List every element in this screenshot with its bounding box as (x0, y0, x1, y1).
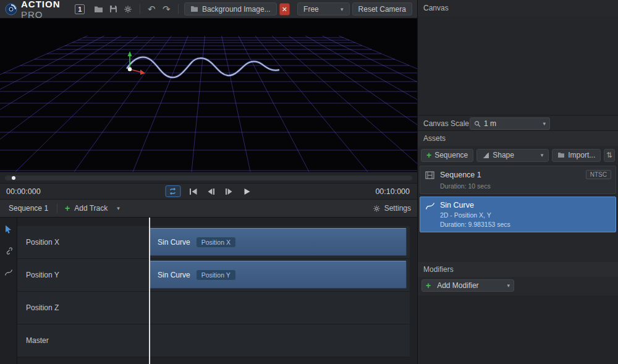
canvas-scale-row: Canvas Scale: 1 m ▾ (418, 115, 618, 131)
clip-channel-badge: Position Y (197, 270, 235, 280)
play-button[interactable] (241, 186, 252, 197)
playhead-line[interactable] (149, 218, 150, 364)
right-panel: Canvas Canvas Scale: 1 m ▾ Assets + Sequ… (417, 0, 618, 364)
chevron-down-icon: ▾ (507, 282, 510, 289)
app-logo: ACTION PRO 1 (5, 0, 85, 20)
gear-icon (373, 205, 381, 213)
clip-channel-badge: Position X (197, 237, 235, 247)
sequence-bar: Sequence 1 + Add Track ▾ Settings (0, 199, 417, 218)
asset-item-sequence-1[interactable]: Sequence 1 NTSC Duration: 10 secs (420, 166, 616, 194)
add-track-button[interactable]: + Add Track ▾ (57, 204, 127, 213)
track-tool-strip (0, 218, 17, 364)
loop-toggle-button[interactable] (165, 185, 180, 197)
shape-icon (482, 152, 489, 159)
sequence-tab[interactable]: Sequence 1 (0, 204, 57, 213)
clip-title: Sin Curve (158, 238, 190, 247)
timeline-scrubber (0, 172, 417, 183)
app-name-light: PRO (21, 9, 43, 20)
scrubber-track[interactable] (5, 176, 412, 180)
plus-icon: + (426, 151, 431, 159)
asset-title: Sin Curve (440, 201, 474, 210)
asset-item-sin-curve-selected[interactable]: Sin Curve 2D - Position X, Y Duration: 9… (420, 197, 616, 232)
undo-button[interactable]: ↶ (146, 2, 158, 16)
track-editor: Position X Sin Curve Position X Position… (0, 218, 417, 364)
chevron-down-icon: ▾ (541, 152, 544, 158)
select-tool-button[interactable] (3, 224, 14, 235)
add-sequence-button[interactable]: + Sequence (421, 149, 473, 162)
sine-curve-path (127, 57, 279, 77)
redo-button[interactable]: ↷ (160, 2, 172, 16)
canvas-scale-label: Canvas Scale: (423, 119, 471, 128)
import-button[interactable]: Import... (552, 149, 601, 162)
modifiers-panel-header: Modifiers (418, 262, 618, 277)
ntsc-badge: NTSC (586, 170, 611, 179)
previous-frame-button[interactable] (205, 186, 216, 197)
chevron-down-icon: ▾ (543, 121, 546, 127)
ground-grid (0, 36, 417, 172)
preferences-gear-button[interactable] (122, 2, 134, 16)
asset-duration: Duration: 9.983153 secs (440, 221, 510, 228)
next-frame-button[interactable] (223, 186, 234, 197)
track-row-position-x[interactable]: Position X Sin Curve Position X (17, 226, 410, 259)
plus-icon: + (65, 204, 70, 213)
curve-tool-button[interactable] (3, 267, 14, 278)
sort-icon: ⇅ (606, 151, 612, 159)
track-label: Position Z (26, 303, 59, 312)
sequence-asset-icon (425, 171, 434, 179)
curve-asset-icon (425, 202, 435, 210)
transport-bar: 00:00:000 00:10:000 (0, 183, 417, 199)
sequence-settings-button[interactable]: Settings (373, 204, 411, 213)
asset-title: Sequence 1 (440, 171, 481, 179)
end-time: 00:10:000 (375, 187, 410, 196)
clip-sin-curve-position-x[interactable]: Sin Curve Position X (150, 228, 407, 256)
viewport-scene (0, 19, 417, 172)
toolbar-separator (178, 4, 179, 14)
track-label: Master (26, 336, 49, 345)
toolbar-separator (140, 4, 140, 14)
open-folder-button[interactable] (92, 2, 104, 16)
add-shape-dropdown[interactable]: Shape ▾ (476, 149, 549, 162)
viewport-3d[interactable] (0, 19, 417, 172)
version-badge: 1 (75, 4, 85, 14)
magnifier-icon (474, 121, 481, 127)
asset-duration: Duration: 10 secs (440, 182, 491, 190)
add-modifier-dropdown[interactable]: + Add Modifier ▾ (421, 279, 514, 292)
track-row-position-z[interactable]: Position Z (17, 292, 410, 324)
canvas-preview-area[interactable] (418, 16, 618, 115)
asset-channels: 2D - Position X, Y (440, 211, 491, 219)
camera-mode-dropdown[interactable]: Free ▾ (297, 2, 349, 15)
assets-toolbar: + Sequence Shape ▾ Import... ⇅ (418, 146, 618, 164)
app-logo-icon (5, 3, 17, 15)
folder-icon (557, 152, 565, 158)
sort-assets-button[interactable]: ⇅ (604, 149, 615, 162)
app-name-bold: ACTION (21, 0, 61, 9)
skip-to-start-button[interactable] (187, 186, 198, 197)
chevron-down-icon: ▾ (341, 6, 344, 12)
main-toolbar: ACTION PRO 1 ↶ ↷ Background Image... × F… (0, 0, 417, 19)
playback-controls (165, 185, 252, 197)
clear-background-button[interactable]: × (279, 3, 290, 15)
close-icon: × (282, 4, 287, 14)
track-rows: Position X Sin Curve Position X Position… (17, 226, 410, 357)
chevron-down-icon: ▾ (117, 205, 120, 211)
canvas-panel-header: Canvas (418, 0, 618, 16)
plus-icon: + (426, 281, 431, 290)
transform-gizmo (128, 51, 146, 75)
canvas-scale-dropdown[interactable]: 1 m ▾ (470, 117, 550, 130)
link-tool-button[interactable] (3, 245, 14, 256)
track-row-master[interactable]: Master (17, 324, 410, 357)
track-label: Position X (26, 238, 59, 247)
action-pro-window: ACTION PRO 1 ↶ ↷ Background Image... × F… (0, 0, 618, 364)
background-image-button[interactable]: Background Image... (184, 2, 277, 15)
clip-sin-curve-position-y[interactable]: Sin Curve Position Y (150, 261, 407, 289)
track-row-position-y[interactable]: Position Y Sin Curve Position Y (17, 259, 410, 292)
assets-panel-header: Assets (418, 131, 618, 146)
clip-title: Sin Curve (158, 271, 190, 279)
folder-icon (190, 6, 198, 12)
track-label: Position Y (26, 271, 59, 279)
reset-camera-button[interactable]: Reset Camera (352, 2, 412, 15)
current-time: 00:00:000 (6, 187, 41, 196)
modifiers-toolbar: + Add Modifier ▾ (418, 277, 618, 295)
scrubber-handle[interactable] (12, 176, 15, 180)
save-button[interactable] (107, 2, 119, 16)
